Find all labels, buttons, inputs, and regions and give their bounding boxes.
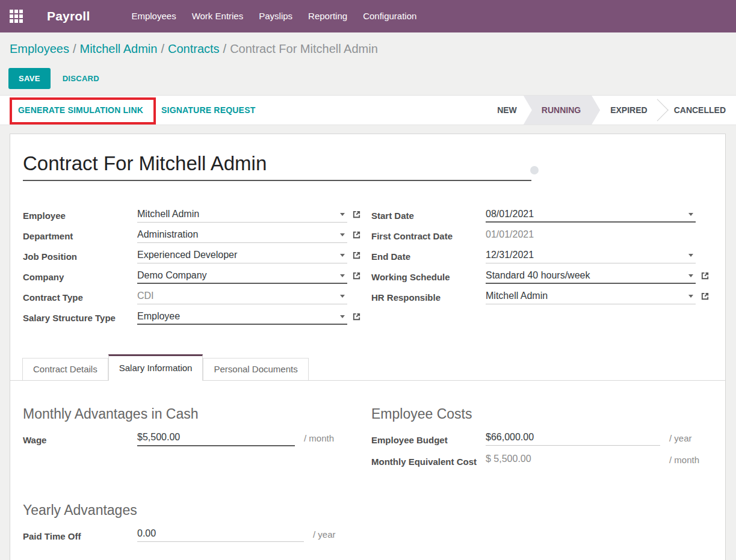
field-label: Working Schedule [371,270,486,282]
end-date-input[interactable] [486,250,685,260]
menu-work-entries[interactable]: Work Entries [184,0,252,32]
caret-down-icon[interactable] [340,315,345,318]
apps-grid-icon[interactable] [10,10,23,23]
field-first-contract-date: First Contract Date 01/01/2021 [371,229,713,244]
field-job-position: Job Position [23,250,364,265]
contract-form-sheet: Employee Department Job Position Co [10,134,726,560]
field-employee: Employee [23,209,364,224]
field-label: Start Date [371,209,486,221]
wage-input[interactable] [137,432,295,443]
contract-title-field [23,152,531,181]
field-label: Wage [23,432,137,448]
statusbar: GENERATE SIMULATION LINK SIGNATURE REQUE… [0,95,736,125]
status-running[interactable]: RUNNING [524,96,600,125]
employee-budget-unit: / year [669,432,692,443]
external-link-icon[interactable] [700,291,713,301]
menu-reporting[interactable]: Reporting [300,0,355,32]
tab-contract-details[interactable]: Contract Details [22,358,108,380]
field-company: Company [23,270,364,285]
paid-time-off-unit: / year [313,528,336,540]
caret-down-icon[interactable] [688,274,693,277]
notebook-tabs: Contract Details Salary Information Pers… [10,354,725,381]
fields-left-column: Employee Department Job Position Co [23,209,364,331]
field-label: Company [23,270,137,282]
field-label: Contract Type [23,291,137,303]
status-cancelled[interactable]: CANCELLED [664,96,736,125]
tab-salary-information[interactable]: Salary Information [108,354,203,381]
activity-state-dot[interactable] [530,166,539,174]
status-steps: NEW RUNNING EXPIRED CANCELLED [487,96,736,125]
field-contract-type: Contract Type [23,291,364,306]
external-link-icon[interactable] [352,270,364,280]
caret-down-icon[interactable] [340,274,345,277]
breadcrumb-employees[interactable]: Employees [10,42,69,55]
section-monthly-advantages: Monthly Advantages in Cash Wage / month [23,406,364,454]
breadcrumb: Employees/Mitchell Admin/Contracts/Contr… [10,42,378,56]
employee-budget-input[interactable] [486,432,660,443]
contract-title-input[interactable] [23,152,531,175]
caret-down-icon[interactable] [340,295,345,298]
employee-input[interactable] [137,209,336,220]
field-wage: Wage / month [23,432,364,448]
first-contract-date-value: 01/01/2021 [486,229,534,240]
menu-payslips[interactable]: Payslips [251,0,300,32]
external-link-icon[interactable] [352,250,364,260]
caret-down-icon[interactable] [340,213,345,216]
caret-down-icon[interactable] [340,254,345,257]
field-salary-structure-type: Salary Structure Type [23,311,364,326]
field-label: Monthly Equivalent Cost [371,454,486,469]
paid-time-off-input[interactable] [137,528,304,539]
field-label: Employee [23,209,137,221]
external-link-icon[interactable] [352,229,364,239]
monthly-equivalent-cost-unit: / month [669,454,699,465]
record-actions: SAVE DISCARD [8,68,99,89]
external-link-icon[interactable] [700,270,713,280]
field-label: End Date [371,250,486,262]
caret-down-icon[interactable] [688,213,693,216]
field-department: Department [23,229,364,244]
breadcrumb-separator: / [220,42,230,55]
signature-request-button[interactable]: SIGNATURE REQUEST [161,105,255,115]
field-hr-responsible: HR Responsible [371,291,713,306]
working-schedule-input[interactable] [486,270,685,281]
breadcrumb-contracts[interactable]: Contracts [168,42,220,55]
monthly-equivalent-cost-value: $ 5,500.00 [486,454,531,464]
field-label: Job Position [23,250,137,262]
breadcrumb-separator: / [157,42,168,55]
menu-employees[interactable]: Employees [123,0,184,32]
field-paid-time-off: Paid Time Off / year [23,528,364,544]
contract-type-input[interactable] [137,291,336,301]
caret-down-icon[interactable] [688,295,693,298]
salary-structure-type-input[interactable] [137,311,336,322]
breadcrumb-mitchell-admin[interactable]: Mitchell Admin [80,42,158,55]
app-title: Payroll [47,9,90,23]
field-label: First Contract Date [371,229,486,241]
job-position-input[interactable] [137,250,336,260]
section-employee-costs: Employee Costs Employee Budget / year Mo… [371,406,713,475]
discard-button[interactable]: DISCARD [63,74,99,83]
external-link-icon[interactable] [352,311,364,321]
start-date-input[interactable] [486,209,685,220]
section-title: Yearly Advantages [23,502,364,518]
section-title: Employee Costs [371,406,713,422]
save-button[interactable]: SAVE [8,68,51,89]
caret-down-icon[interactable] [340,233,345,236]
field-end-date: End Date [371,250,713,265]
main-menu: Employees Work Entries Payslips Reportin… [123,0,424,32]
external-link-icon[interactable] [352,209,364,219]
company-input[interactable] [137,270,336,281]
tab-personal-documents[interactable]: Personal Documents [203,358,308,380]
section-title: Monthly Advantages in Cash [23,406,364,422]
caret-down-icon[interactable] [688,254,693,257]
generate-simulation-link-button[interactable]: GENERATE SIMULATION LINK [18,105,143,115]
fields-right-column: Start Date First Contract Date 01/01/202… [371,209,713,311]
hr-responsible-input[interactable] [486,291,685,301]
menu-configuration[interactable]: Configuration [355,0,424,32]
field-label: Salary Structure Type [23,311,137,323]
field-working-schedule: Working Schedule [371,270,713,285]
field-monthly-equivalent-cost: Monthly Equivalent Cost $ 5,500.00 / mon… [371,454,713,469]
field-label: HR Responsible [371,291,486,303]
field-label: Paid Time Off [23,528,137,544]
department-input[interactable] [137,229,336,240]
field-employee-budget: Employee Budget / year [371,432,713,448]
